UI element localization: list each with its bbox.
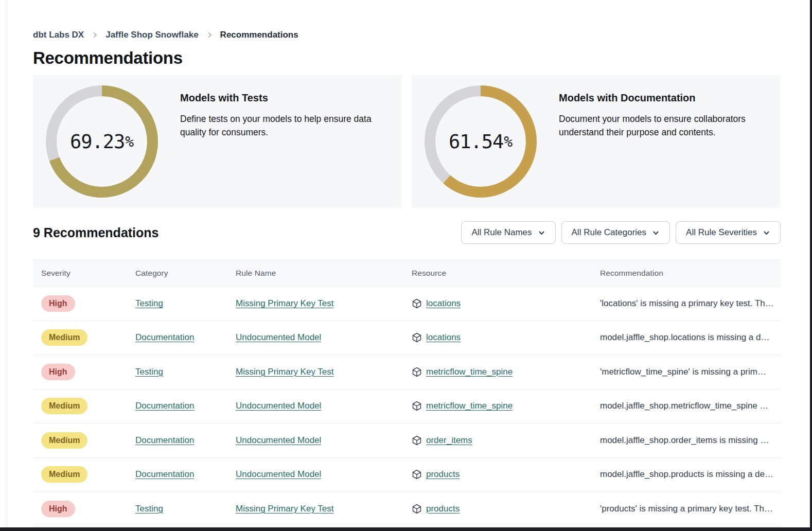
column-header-rule-name: Rule Name xyxy=(236,269,412,278)
severity-badge: High xyxy=(41,501,75,517)
rule-name-link[interactable]: Missing Primary Key Test xyxy=(236,367,334,377)
breadcrumb: dbt Labs DX Jaffle Shop Snowflake Recomm… xyxy=(33,30,781,40)
severity-badge: Medium xyxy=(41,398,87,414)
rule-categories-filter-label: All Rule Categories xyxy=(572,227,647,238)
card-models-with-tests: 69.23% Models with Tests Define tests on… xyxy=(33,75,402,208)
tests-donut-chart: 69.23% xyxy=(45,85,158,198)
table-header-row: Severity Category Rule Name Resource Rec… xyxy=(33,259,781,287)
filter-bar: All Rule Names All Rule Categories All R… xyxy=(461,221,781,244)
chevron-down-icon xyxy=(763,229,770,237)
recommendation-text: 'locations' is missing a primary key tes… xyxy=(600,298,781,309)
chevron-right-icon xyxy=(91,31,98,39)
table-row: Medium Documentation Undocumented Model … xyxy=(33,390,781,424)
column-header-category: Category xyxy=(135,269,236,278)
window-frame-right xyxy=(810,0,812,531)
category-link[interactable]: Testing xyxy=(135,367,163,377)
tests-card-title: Models with Tests xyxy=(180,92,390,104)
docs-percent-value: 61.54% xyxy=(424,85,537,198)
category-link[interactable]: Documentation xyxy=(135,332,194,342)
column-header-recommendation: Recommendation xyxy=(600,269,781,278)
model-cube-icon xyxy=(412,367,422,377)
rule-name-link[interactable]: Undocumented Model xyxy=(236,469,321,479)
resource-link[interactable]: products xyxy=(426,504,460,514)
rule-names-filter-label: All Rule Names xyxy=(471,227,532,238)
model-cube-icon xyxy=(412,401,422,411)
severity-badge: Medium xyxy=(41,466,87,483)
window-frame-bottom xyxy=(0,527,812,531)
table-row: Medium Documentation Undocumented Model … xyxy=(33,321,781,356)
rule-names-filter-dropdown[interactable]: All Rule Names xyxy=(461,221,555,244)
table-body: High Testing Missing Primary Key Test lo… xyxy=(33,287,781,526)
model-cube-icon xyxy=(412,435,422,446)
model-cube-icon xyxy=(412,298,422,309)
chevron-down-icon xyxy=(538,229,545,237)
docs-card-description: Document your models to ensure collabora… xyxy=(559,112,768,139)
recommendation-text: model.jaffle_shop.products is missing a … xyxy=(600,469,781,480)
breadcrumb-item-current: Recommendations xyxy=(220,30,298,40)
docs-donut-chart: 61.54% xyxy=(424,85,537,198)
column-header-severity: Severity xyxy=(41,269,135,278)
rule-name-link[interactable]: Undocumented Model xyxy=(236,332,321,342)
resource-link[interactable]: products xyxy=(426,469,460,480)
recommendation-text: model.jaffle_shop.locations is missing a… xyxy=(600,332,781,343)
category-link[interactable]: Documentation xyxy=(135,469,194,479)
main-content: dbt Labs DX Jaffle Shop Snowflake Recomm… xyxy=(0,0,812,526)
recommendation-text: 'metricflow_time_spine' is missing a pri… xyxy=(600,367,781,377)
category-link[interactable]: Testing xyxy=(135,298,163,308)
rule-name-link[interactable]: Missing Primary Key Test xyxy=(236,504,334,514)
column-header-resource: Resource xyxy=(412,269,600,278)
severity-badge: High xyxy=(41,364,75,380)
recommendation-text: 'products' is missing a primary key test… xyxy=(600,504,781,514)
category-link[interactable]: Testing xyxy=(135,504,163,514)
model-cube-icon xyxy=(412,504,422,514)
recommendations-count-heading: 9 Recommendations xyxy=(33,225,159,240)
severity-badge: Medium xyxy=(41,432,87,449)
resource-link[interactable]: locations xyxy=(426,332,461,343)
chevron-right-icon xyxy=(206,31,213,39)
rule-name-link[interactable]: Missing Primary Key Test xyxy=(236,298,334,308)
severity-badge: Medium xyxy=(41,329,87,346)
category-link[interactable]: Documentation xyxy=(135,401,194,411)
model-cube-icon xyxy=(412,332,422,343)
tests-percent-value: 69.23% xyxy=(45,85,158,198)
table-row: Medium Documentation Undocumented Model … xyxy=(33,458,781,492)
table-row: Medium Documentation Undocumented Model … xyxy=(33,423,781,458)
table-row: High Testing Missing Primary Key Test pr… xyxy=(33,492,781,526)
chevron-down-icon xyxy=(652,229,660,237)
rule-severities-filter-label: All Rule Severities xyxy=(686,227,757,238)
model-cube-icon xyxy=(412,469,422,480)
metric-cards: 69.23% Models with Tests Define tests on… xyxy=(33,75,781,208)
recommendation-text: model.jaffle_shop.metricflow_time_spine … xyxy=(600,401,781,411)
resource-link[interactable]: metricflow_time_spine xyxy=(426,401,513,411)
page-title: Recommendations xyxy=(33,48,781,68)
docs-card-title: Models with Documentation xyxy=(559,92,768,104)
resource-link[interactable]: metricflow_time_spine xyxy=(426,367,513,377)
breadcrumb-item-project[interactable]: Jaffle Shop Snowflake xyxy=(105,30,198,40)
category-link[interactable]: Documentation xyxy=(135,435,194,445)
rule-name-link[interactable]: Undocumented Model xyxy=(236,401,321,411)
table-row: High Testing Missing Primary Key Test me… xyxy=(33,355,781,390)
tests-card-description: Define tests on your models to help ensu… xyxy=(180,112,390,139)
breadcrumb-item-account[interactable]: dbt Labs DX xyxy=(33,30,84,40)
recommendation-text: model.jaffle_shop.order_items is missing… xyxy=(600,435,781,446)
rule-severities-filter-dropdown[interactable]: All Rule Severities xyxy=(676,221,781,244)
card-models-with-documentation: 61.54% Models with Documentation Documen… xyxy=(412,75,781,208)
resource-link[interactable]: order_items xyxy=(426,435,472,446)
severity-badge: High xyxy=(41,295,75,312)
rule-name-link[interactable]: Undocumented Model xyxy=(236,435,321,445)
resource-link[interactable]: locations xyxy=(426,298,461,309)
recommendations-table: Severity Category Rule Name Resource Rec… xyxy=(33,259,781,526)
list-header: 9 Recommendations All Rule Names All Rul… xyxy=(33,221,781,244)
table-row: High Testing Missing Primary Key Test lo… xyxy=(33,287,781,321)
rule-categories-filter-dropdown[interactable]: All Rule Categories xyxy=(561,221,670,244)
